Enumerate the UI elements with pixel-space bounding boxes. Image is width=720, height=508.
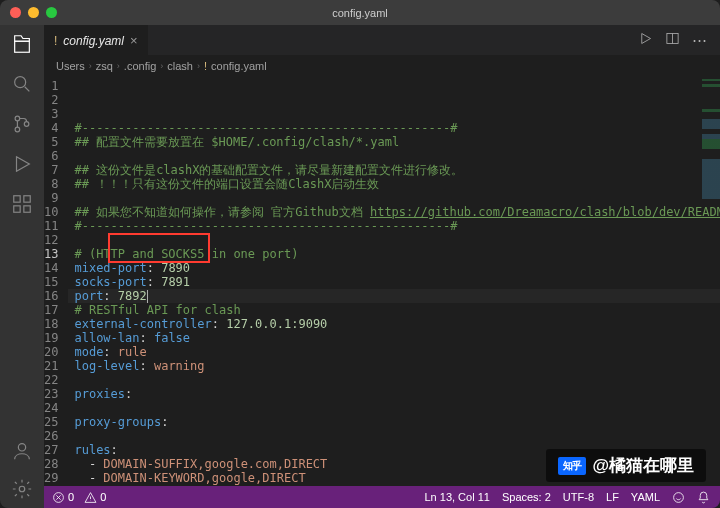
svg-rect-8 [24,206,30,212]
zhihu-logo: 知乎 [558,457,586,475]
search-icon[interactable] [11,73,33,95]
code-line[interactable]: #---------------------------------------… [68,219,720,233]
status-warnings[interactable]: 0 [84,491,106,504]
svg-rect-5 [14,196,20,202]
svg-rect-6 [24,196,30,202]
breadcrumb-part[interactable]: zsq [96,60,113,72]
errors-count: 0 [68,491,74,503]
tab-filename: config.yaml [63,34,124,48]
watermark: 知乎 @橘猫在哪里 [546,449,706,482]
code-line[interactable]: proxies: [68,387,720,401]
code-line[interactable]: # RESTful API for clash [68,303,720,317]
code-line[interactable]: socks-port: 7891 [68,275,720,289]
breadcrumb-separator: › [117,61,120,71]
code-line[interactable]: mode: rule [68,345,720,359]
svg-point-1 [15,77,26,88]
extensions-icon[interactable] [11,193,33,215]
code-line[interactable]: ## 这份文件是clashX的基础配置文件，请尽量新建配置文件进行修改。 [68,163,720,177]
settings-icon[interactable] [11,478,33,500]
code-line[interactable]: - DOMAIN,google.com,DIRECT [68,485,720,486]
modified-indicator: ! [54,34,57,48]
code-line[interactable]: #---------------------------------------… [68,121,720,135]
notifications-icon[interactable] [697,491,710,504]
breadcrumb-separator: › [197,61,200,71]
status-spaces[interactable]: Spaces: 2 [502,491,551,503]
tab-bar: ! config.yaml × ⋯ [44,25,720,55]
status-errors[interactable]: 0 [52,491,74,504]
status-eol[interactable]: LF [606,491,619,503]
code-editor[interactable]: 1234567891011121314151617181920212223242… [44,77,720,486]
split-editor-icon[interactable] [665,31,680,49]
more-actions-button[interactable]: ⋯ [692,31,708,49]
code-line[interactable]: external-controller: 127.0.0.1:9090 [68,317,720,331]
status-position[interactable]: Ln 13, Col 11 [424,491,489,503]
files-icon[interactable] [11,33,33,55]
editor-tab[interactable]: ! config.yaml × [44,25,148,55]
code-line[interactable] [68,373,720,387]
code-line[interactable]: log-level: warning [68,359,720,373]
breadcrumb-part[interactable]: Users [56,60,85,72]
breadcrumb-part[interactable]: .config [124,60,156,72]
run-icon[interactable] [638,31,653,49]
breadcrumb-separator: › [160,61,163,71]
code-line[interactable]: port: 7892 [68,289,720,303]
code-line[interactable] [68,191,720,205]
breadcrumb-separator: › [89,61,92,71]
svg-rect-7 [14,206,20,212]
code-line[interactable] [68,429,720,443]
source-control-icon[interactable] [11,113,33,135]
status-bar: 0 0 Ln 13, Col 11 Spaces: 2 UTF-8 LF YAM… [44,486,720,508]
code-line[interactable]: ## 如果您不知道如何操作，请参阅 官方Github文档 https://git… [68,205,720,219]
code-line[interactable]: ## 配置文件需要放置在 $HOME/.config/clash/*.yaml [68,135,720,149]
code-line[interactable] [68,233,720,247]
code-line[interactable] [68,149,720,163]
code-content[interactable]: #---------------------------------------… [68,77,720,486]
svg-point-9 [18,444,25,451]
code-line[interactable] [68,401,720,415]
code-line[interactable]: # (HTTP and SOCKS5 in one port) [68,247,720,261]
code-line[interactable]: proxy-groups: [68,415,720,429]
account-icon[interactable] [11,440,33,462]
feedback-icon[interactable] [672,491,685,504]
line-number-gutter: 1234567891011121314151617181920212223242… [44,77,68,486]
window-title: config.yaml [0,7,720,19]
svg-point-13 [674,492,684,502]
code-line[interactable]: ## ！！！只有这份文件的端口设置会随ClashX启动生效 [68,177,720,191]
svg-point-4 [24,122,29,127]
svg-point-2 [15,116,20,121]
activity-bar [0,25,44,508]
code-line[interactable]: allow-lan: false [68,331,720,345]
status-language[interactable]: YAML [631,491,660,503]
debug-icon[interactable] [11,153,33,175]
code-line[interactable]: mixed-port: 7890 [68,261,720,275]
breadcrumb-leaf[interactable]: config.yaml [211,60,267,72]
svg-point-3 [15,127,20,132]
close-tab-button[interactable]: × [130,33,138,48]
breadcrumb[interactable]: Users›zsq›.config›clash›! config.yaml [44,55,720,77]
watermark-text: @橘猫在哪里 [592,454,694,477]
modified-indicator: ! [204,60,207,72]
status-encoding[interactable]: UTF-8 [563,491,594,503]
breadcrumb-part[interactable]: clash [167,60,193,72]
svg-rect-0 [15,41,30,52]
window-titlebar: config.yaml [0,0,720,25]
warnings-count: 0 [100,491,106,503]
svg-point-10 [19,486,25,492]
